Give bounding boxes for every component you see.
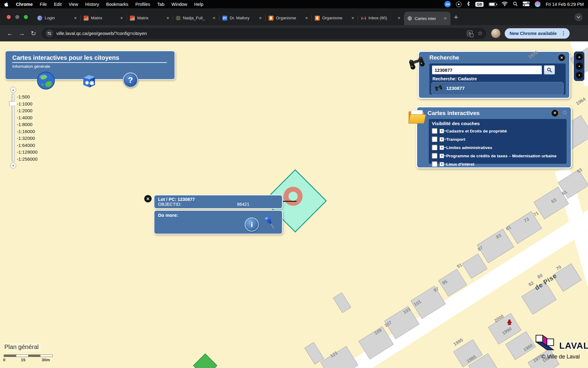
zoom-scale-1:16000[interactable]: -1:16000 bbox=[17, 128, 35, 134]
layer-expand-icon[interactable]: + bbox=[439, 145, 444, 150]
tab-label: Matrix bbox=[137, 16, 163, 20]
wifi-icon[interactable] bbox=[502, 2, 508, 7]
layers-panel-close-button[interactable]: ✕ bbox=[552, 110, 558, 117]
tab-login[interactable]: Login✕ bbox=[34, 12, 81, 24]
menu-item-edit[interactable]: Edit bbox=[54, 2, 62, 7]
search-result-item[interactable]: 1230877 bbox=[431, 82, 564, 95]
settings-cube-icon[interactable] bbox=[80, 73, 97, 91]
zoom-app-icon[interactable]: zm bbox=[444, 1, 451, 7]
menu-item-view[interactable]: View bbox=[69, 2, 78, 7]
layer-expand-icon[interactable]: + bbox=[439, 162, 444, 167]
layer-label[interactable]: Transport bbox=[446, 137, 465, 142]
browser-menu-icon[interactable]: ⋮ bbox=[560, 30, 567, 36]
tab-close-icon[interactable]: ✕ bbox=[166, 15, 170, 21]
close-window-button[interactable] bbox=[7, 15, 11, 19]
menu-item-file[interactable]: File bbox=[40, 2, 47, 7]
tab-close-icon[interactable]: ✕ bbox=[304, 15, 309, 21]
site-info-icon[interactable] bbox=[45, 29, 53, 37]
tab-close-icon[interactable]: ✕ bbox=[397, 15, 401, 21]
layers-settings-icon[interactable]: ⚙ bbox=[562, 109, 567, 117]
playback-icon[interactable]: ▶ bbox=[456, 2, 462, 7]
layer-checkbox[interactable] bbox=[432, 153, 437, 159]
panel-up-button[interactable]: ▲ bbox=[575, 62, 583, 70]
menu-item-profiles[interactable]: Profiles bbox=[135, 2, 150, 7]
zoom-scale-1:32000[interactable]: -1:32000 bbox=[17, 136, 35, 141]
back-button[interactable]: ← bbox=[4, 30, 16, 37]
tab-close-icon[interactable]: ✕ bbox=[443, 16, 447, 21]
tab-close-icon[interactable]: ✕ bbox=[258, 15, 262, 21]
tab-cartes-inter[interactable]: Cartes inter✕ bbox=[404, 12, 450, 25]
keyboard-layout-badge[interactable]: GB bbox=[475, 2, 484, 7]
menu-item-history[interactable]: History bbox=[85, 2, 99, 7]
new-tab-button[interactable]: + bbox=[454, 13, 458, 21]
tab-organisme[interactable]: Organisme✕ bbox=[266, 12, 312, 24]
layer-expand-icon[interactable]: + bbox=[439, 137, 444, 142]
layer-checkbox[interactable] bbox=[432, 128, 437, 134]
tab-close-icon[interactable]: ✕ bbox=[119, 15, 124, 21]
forward-button[interactable]: → bbox=[16, 30, 28, 37]
zoom-scale-1:128000[interactable]: -1:128000 bbox=[17, 149, 38, 155]
bookmark-star-icon[interactable]: ☆ bbox=[477, 30, 483, 37]
address-bar[interactable]: ville.laval.qc.ca/geo/geoweb/?config=cit… bbox=[42, 28, 486, 39]
tab-close-icon[interactable]: ✕ bbox=[212, 15, 216, 21]
menu-item-bookmarks[interactable]: Bookmarks bbox=[106, 2, 128, 7]
search-submit-button[interactable] bbox=[544, 65, 555, 75]
tab-close-icon[interactable]: ✕ bbox=[73, 15, 77, 21]
menu-item-chrome[interactable]: Chrome bbox=[16, 2, 33, 7]
zoom-scale-1:8000[interactable]: -1:8000 bbox=[17, 122, 32, 127]
apple-icon[interactable] bbox=[4, 2, 8, 7]
profile-avatar[interactable] bbox=[491, 29, 500, 38]
tab-search-button[interactable] bbox=[575, 13, 582, 21]
tab-matrix[interactable]: Matrix✕ bbox=[127, 12, 173, 24]
tab-organisme[interactable]: Organisme✕ bbox=[312, 12, 358, 24]
tab-close-icon[interactable]: ✕ bbox=[351, 15, 355, 21]
layer-label[interactable]: Lieux d'intéret bbox=[446, 162, 474, 167]
layer-checkbox[interactable] bbox=[432, 161, 437, 167]
popup-close-button[interactable]: ✕ bbox=[144, 195, 152, 202]
tab-nadja-full-[interactable]: Nadja_Full_✕ bbox=[173, 12, 219, 24]
panel-down-button[interactable]: ▼ bbox=[575, 71, 583, 79]
fullscreen-window-button[interactable] bbox=[24, 15, 28, 19]
help-icon[interactable]: ? bbox=[123, 72, 138, 88]
globe-tool-icon[interactable] bbox=[36, 71, 55, 91]
collapse-panels-button[interactable]: » bbox=[575, 53, 583, 61]
pushpin-button[interactable] bbox=[261, 214, 277, 233]
zoom-scale-1:1000[interactable]: -1:1000 bbox=[17, 101, 32, 106]
tab-inbox-90-[interactable]: Inbox (90)✕ bbox=[358, 12, 404, 24]
battery-icon[interactable] bbox=[489, 2, 496, 6]
zoom-scale-1:4000[interactable]: -1:4000 bbox=[17, 115, 32, 120]
menu-item-help[interactable]: Help bbox=[194, 2, 203, 7]
zoom-out-button[interactable]: ▼ bbox=[10, 163, 16, 169]
reload-button[interactable]: ↻ bbox=[28, 30, 39, 37]
search-input[interactable] bbox=[432, 65, 542, 75]
map-viewport[interactable]: 1970196453616371738183879195971011031071… bbox=[0, 41, 588, 368]
layer-label[interactable]: Limites administratives bbox=[446, 145, 492, 150]
zoom-scale-1:256000[interactable]: -1:256000 bbox=[17, 156, 38, 161]
layer-label[interactable]: Programme de crédits de taxes – Modernis… bbox=[446, 154, 556, 158]
zoom-slider-thumb[interactable] bbox=[9, 101, 17, 106]
translate-icon[interactable]: G bbox=[467, 31, 473, 36]
siri-icon[interactable] bbox=[535, 1, 541, 7]
layer-expand-icon[interactable]: + bbox=[439, 129, 444, 133]
url-text[interactable]: ville.laval.qc.ca/geo/geoweb/?config=cit… bbox=[56, 31, 467, 36]
menu-clock[interactable]: Fri 14 Feb 6:29 PM bbox=[546, 2, 584, 7]
layer-expand-icon[interactable]: + bbox=[439, 154, 444, 158]
layer-label[interactable]: Cadastre et Droits de propriété bbox=[446, 129, 507, 133]
menu-item-window[interactable]: Window bbox=[172, 2, 187, 7]
bluetooth-icon[interactable] bbox=[467, 1, 470, 7]
tab-matrix[interactable]: Matrix✕ bbox=[81, 12, 127, 24]
zoom-scale-1:2000[interactable]: -1:2000 bbox=[17, 108, 32, 113]
zoom-in-button[interactable]: ▲ bbox=[10, 87, 16, 93]
minimize-window-button[interactable] bbox=[15, 15, 19, 19]
zoom-scale-1:500[interactable]: -1:500 bbox=[17, 94, 30, 99]
zoom-scale-1:64000[interactable]: -1:64000 bbox=[17, 142, 35, 148]
more-info-button[interactable]: i bbox=[245, 217, 259, 232]
layer-checkbox[interactable] bbox=[432, 145, 437, 150]
menu-item-tab[interactable]: Tab bbox=[157, 2, 164, 7]
layer-checkbox[interactable] bbox=[432, 136, 437, 142]
tab-dr-mallory[interactable]: PTDr. Mallory✕ bbox=[219, 12, 266, 24]
control-center-icon[interactable] bbox=[523, 2, 530, 7]
search-panel-close-button[interactable]: ✕ bbox=[558, 54, 565, 61]
chrome-update-button[interactable]: New Chrome available ⋮ bbox=[505, 28, 570, 39]
spotlight-search-icon[interactable] bbox=[513, 2, 518, 7]
